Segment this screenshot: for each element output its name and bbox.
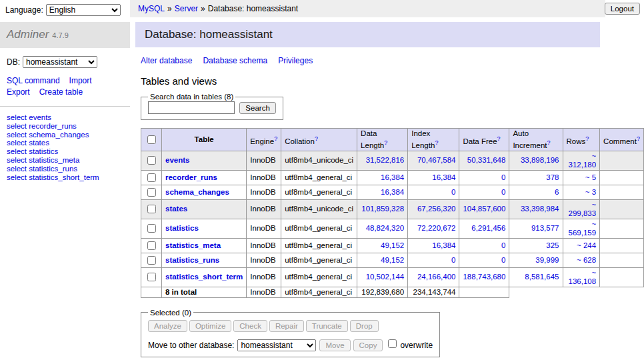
auto-increment-link[interactable]: 913,577 [531,224,559,232]
database-schema-link[interactable]: Database schema [203,56,267,65]
search-input[interactable] [148,101,235,114]
data-length-link[interactable]: 16,384 [381,188,404,196]
rows-count-link[interactable]: ~ 312,180 [569,152,597,169]
search-button[interactable]: Search [239,102,275,114]
column-help-link[interactable]: ? [637,135,640,142]
auto-increment-link[interactable]: 8,581,645 [525,273,559,281]
table-name-link[interactable]: statistics [165,224,199,232]
sidebar-table-link[interactable]: select statistics_short_term [7,173,123,182]
auto-increment-link[interactable]: 6 [555,188,559,196]
rows-count-link[interactable]: ~ 136,108 [569,269,597,285]
column-help-link[interactable]: ? [384,139,387,146]
column-help-link[interactable]: ? [435,139,438,146]
sidebar-table-link[interactable]: select schema_changes [7,131,123,139]
row-checkbox[interactable] [147,156,156,165]
index-length-link[interactable]: 67,256,320 [417,205,456,213]
index-length-link[interactable]: 0 [451,256,455,264]
rows-count-link[interactable]: ~ 569,159 [569,220,597,237]
data-length-link[interactable]: 31,522,816 [366,156,405,164]
export-link[interactable]: Export [7,87,30,97]
move-db-select[interactable]: homeassistant [237,339,316,351]
row-checkbox[interactable] [147,273,156,281]
sidebar-table-link[interactable]: select statistics_meta [7,156,123,165]
repair-button[interactable]: Repair [269,320,304,332]
select-all-checkbox[interactable] [147,135,156,144]
column-help-link[interactable]: ? [274,135,277,142]
column-header: Auto Increment? [509,129,563,151]
selected-fieldset: Selected (0) AnalyzeOptimizeCheckRepairT… [141,309,440,357]
data-length-link[interactable]: 16,384 [381,173,404,181]
row-checkbox[interactable] [147,173,156,182]
data-length-link[interactable]: 48,824,320 [366,224,405,232]
column-help-link[interactable]: ? [547,139,551,146]
data-length-link[interactable]: 49,152 [381,256,404,264]
privileges-link[interactable]: Privileges [278,56,313,65]
data-free-link[interactable]: 0 [501,241,505,249]
table-name-link[interactable]: statistics_short_term [165,273,243,281]
row-checkbox[interactable] [147,188,156,197]
row-checkbox[interactable] [147,241,156,250]
import-link[interactable]: Import [69,76,92,85]
breadcrumb-server-link[interactable]: Server [175,4,198,13]
rows-count-link[interactable]: ~ 628 [577,256,596,264]
table-row: recorder_runsInnoDButf8mb4_general_ci16,… [141,170,644,185]
sidebar-table-link[interactable]: select statistics_runs [7,165,123,173]
column-help-link[interactable]: ? [585,135,589,142]
data-free-link[interactable]: 0 [501,173,505,181]
sidebar-table-link[interactable]: select states [7,139,123,147]
table-name-link[interactable]: statistics_runs [165,256,219,264]
move-button[interactable]: Move [319,339,350,351]
optimize-button[interactable]: Optimize [189,320,231,332]
rows-count-link[interactable]: ~ 244 [577,241,596,249]
rows-count-link[interactable]: ~ 5 [585,173,596,181]
table-name-link[interactable]: statistics_meta [165,241,221,249]
create-table-link[interactable]: Create table [39,87,83,97]
sidebar-table-link[interactable]: select events [7,113,123,122]
copy-button[interactable]: Copy [353,339,383,351]
table-name-link[interactable]: events [165,156,189,164]
data-length-link[interactable]: 49,152 [381,241,404,249]
row-checkbox[interactable] [147,224,156,233]
language-select[interactable]: English [46,4,121,16]
rows-count-link[interactable]: ~ 299,833 [569,201,597,217]
data-length-link[interactable]: 10,502,144 [366,273,405,281]
sidebar-table-link[interactable]: select recorder_runs [7,122,123,131]
auto-increment-link[interactable]: 39,999 [535,256,559,264]
index-length-link[interactable]: 16,384 [432,241,455,249]
data-free-link[interactable]: 6,291,456 [471,224,505,232]
logout-button[interactable]: Logout [605,3,640,15]
analyze-button[interactable]: Analyze [148,320,187,332]
auto-increment-link[interactable]: 33,898,196 [521,156,559,164]
index-length-link[interactable]: 24,166,400 [417,273,456,281]
index-length-link[interactable]: 70,467,584 [417,156,456,164]
data-free-link[interactable]: 104,857,600 [463,205,505,213]
data-free-link[interactable]: 0 [501,256,505,264]
overwrite-checkbox[interactable] [388,339,397,348]
table-name-link[interactable]: schema_changes [165,188,229,196]
auto-increment-link[interactable]: 378 [546,173,559,181]
check-button[interactable]: Check [233,320,267,332]
rows-count-link[interactable]: ~ 3 [585,188,596,196]
data-free-link[interactable]: 50,331,648 [467,156,506,164]
truncate-button[interactable]: Truncate [306,320,348,332]
sidebar-table-link[interactable]: select statistics [7,147,123,156]
drop-button[interactable]: Drop [350,320,379,332]
index-length-link[interactable]: 72,220,672 [417,224,456,232]
index-length-link[interactable]: 16,384 [432,173,455,181]
table-name-link[interactable]: recorder_runs [165,173,217,181]
row-checkbox[interactable] [147,205,156,213]
row-checkbox[interactable] [147,256,156,265]
data-free-link[interactable]: 0 [501,188,505,196]
index-length-link[interactable]: 0 [451,188,455,196]
column-help-link[interactable]: ? [497,135,501,142]
auto-increment-link[interactable]: 325 [546,241,559,249]
data-free-link[interactable]: 188,743,680 [463,273,505,281]
alter-database-link[interactable]: Alter database [141,56,192,65]
data-length-link[interactable]: 101,859,328 [361,205,404,213]
breadcrumb-mysql-link[interactable]: MySQL [138,4,165,13]
table-name-link[interactable]: states [165,205,187,213]
auto-increment-link[interactable]: 33,398,984 [521,205,559,213]
column-help-link[interactable]: ? [315,135,318,142]
sql-command-link[interactable]: SQL command [7,76,60,85]
db-select[interactable]: homeassistant [23,56,97,68]
